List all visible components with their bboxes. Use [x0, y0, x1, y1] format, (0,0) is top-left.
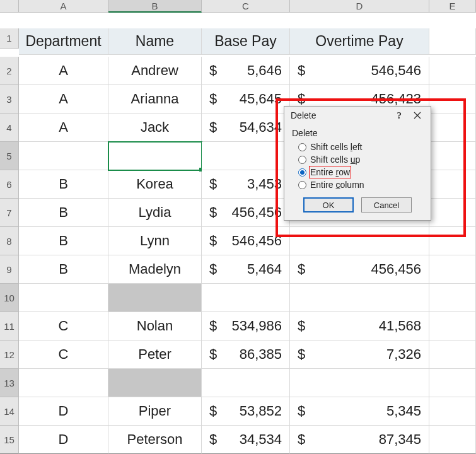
cell-overtime-pay[interactable]: $7,326	[290, 340, 429, 369]
cell-department[interactable]	[19, 284, 108, 312]
row-header[interactable]: 13	[0, 369, 19, 397]
row-header[interactable]: 9	[0, 255, 19, 284]
row-header[interactable]: 3	[0, 85, 19, 114]
cell-department[interactable]: C	[19, 312, 108, 340]
cell-overtime-pay[interactable]	[290, 369, 429, 397]
header-overtime-pay[interactable]: Overtime Pay	[290, 28, 429, 55]
row-header[interactable]: 8	[0, 227, 19, 255]
cell-department[interactable]: A	[19, 85, 108, 114]
cell-base-pay[interactable]: $5,464	[202, 255, 290, 284]
cell-base-pay[interactable]	[202, 369, 290, 397]
cell-name[interactable]: Piper	[108, 397, 202, 426]
radio-entire-row[interactable]: Entire row	[292, 166, 423, 178]
cell-empty[interactable]	[429, 227, 476, 255]
cell-name[interactable]: Korea	[108, 170, 202, 199]
header-name[interactable]: Name	[108, 28, 202, 55]
cell-overtime-pay[interactable]	[290, 227, 429, 255]
row-header[interactable]: 15	[0, 426, 19, 454]
cell-name[interactable]: Lydia	[108, 199, 202, 227]
dialog-titlebar[interactable]: Delete ?	[284, 107, 431, 124]
cell-empty[interactable]	[429, 369, 476, 397]
cell-overtime-pay[interactable]: $5,345	[290, 397, 429, 426]
row-header[interactable]: 1	[0, 28, 19, 49]
cell-name[interactable]: Lynn	[108, 227, 202, 255]
cell-department[interactable]: D	[19, 397, 108, 426]
col-header-C[interactable]: C	[202, 0, 290, 13]
radio-entire-column[interactable]: Entire column	[292, 178, 423, 191]
cell-name[interactable]: Andrew	[108, 57, 202, 85]
cell-department[interactable]: D	[19, 426, 108, 454]
cell-overtime-pay[interactable]	[290, 284, 429, 312]
cell-department[interactable]: A	[19, 57, 108, 85]
cell-empty[interactable]	[429, 255, 476, 284]
cell-name[interactable]	[108, 369, 202, 397]
cell-base-pay[interactable]: $456,456	[202, 199, 290, 227]
header-department[interactable]: Department	[19, 28, 108, 55]
row-header[interactable]: 2	[0, 57, 19, 85]
col-header-A[interactable]: A	[19, 0, 108, 13]
cell-base-pay[interactable]: $54,634	[202, 114, 290, 142]
cell-base-pay[interactable]: $534,986	[202, 312, 290, 340]
row-header[interactable]: 12	[0, 340, 19, 369]
row-header[interactable]: 10	[0, 284, 19, 312]
cell-empty[interactable]	[429, 114, 476, 142]
row-header[interactable]: 11	[0, 312, 19, 340]
cell-E1[interactable]	[429, 28, 476, 55]
cell-department[interactable]	[19, 369, 108, 397]
cell-empty[interactable]	[429, 142, 476, 170]
ok-button[interactable]: OK	[303, 197, 354, 212]
row-header[interactable]: 4	[0, 114, 19, 142]
cell-overtime-pay[interactable]: $456,456	[290, 255, 429, 284]
cell-name[interactable]: Madelyn	[108, 255, 202, 284]
cell-base-pay[interactable]: $45,645	[202, 85, 290, 114]
cell-base-pay[interactable]	[202, 142, 290, 170]
header-base-pay[interactable]: Base Pay	[202, 28, 290, 55]
cell-base-pay[interactable]: $3,453	[202, 170, 290, 199]
cell-department[interactable]: B	[19, 255, 108, 284]
cell-empty[interactable]	[429, 85, 476, 114]
cell-overtime-pay[interactable]: $546,546	[290, 57, 429, 85]
select-all-corner[interactable]	[0, 0, 19, 13]
cell-empty[interactable]	[429, 397, 476, 426]
help-icon[interactable]: ?	[397, 110, 402, 121]
cell-name[interactable]: Peter	[108, 340, 202, 369]
cell-base-pay[interactable]: $53,852	[202, 397, 290, 426]
cell-empty[interactable]	[429, 170, 476, 199]
col-header-D[interactable]: D	[290, 0, 429, 13]
cell-department[interactable]: B	[19, 227, 108, 255]
cell-empty[interactable]	[429, 312, 476, 340]
radio-shift-cells-up[interactable]: Shift cells up	[292, 153, 423, 166]
cell-department[interactable]: B	[19, 199, 108, 227]
cell-name[interactable]	[108, 142, 202, 170]
row-header[interactable]: 7	[0, 199, 19, 227]
cancel-button[interactable]: Cancel	[361, 197, 412, 212]
close-icon[interactable]	[408, 109, 427, 122]
row-header[interactable]: 6	[0, 170, 19, 199]
cell-empty[interactable]	[429, 284, 476, 312]
cell-overtime-pay[interactable]: $41,568	[290, 312, 429, 340]
cell-base-pay[interactable]: $34,534	[202, 426, 290, 454]
cell-name[interactable]: Peterson	[108, 426, 202, 454]
row-header[interactable]: 5	[0, 142, 19, 170]
cell-overtime-pay[interactable]: $87,345	[290, 426, 429, 454]
radio-shift-cells-left[interactable]: Shift cells left	[292, 141, 423, 153]
cell-base-pay[interactable]: $546,456	[202, 227, 290, 255]
col-header-E[interactable]: E	[429, 0, 476, 13]
cell-department[interactable]: B	[19, 170, 108, 199]
cell-empty[interactable]	[429, 340, 476, 369]
cell-empty[interactable]	[429, 57, 476, 85]
cell-name[interactable]: Jack	[108, 114, 202, 142]
cell-department[interactable]: A	[19, 114, 108, 142]
cell-base-pay[interactable]: $86,385	[202, 340, 290, 369]
row-header[interactable]: 14	[0, 397, 19, 426]
cell-base-pay[interactable]: $5,646	[202, 57, 290, 85]
spreadsheet-grid[interactable]: A B C D E 1 Department Name Base Pay Ove…	[0, 0, 476, 454]
col-header-B[interactable]: B	[108, 0, 202, 13]
cell-department[interactable]: C	[19, 340, 108, 369]
cell-name[interactable]	[108, 284, 202, 312]
cell-empty[interactable]	[429, 199, 476, 227]
cell-empty[interactable]	[429, 426, 476, 454]
cell-department[interactable]	[19, 142, 108, 170]
cell-name[interactable]: Arianna	[108, 85, 202, 114]
cell-base-pay[interactable]	[202, 284, 290, 312]
